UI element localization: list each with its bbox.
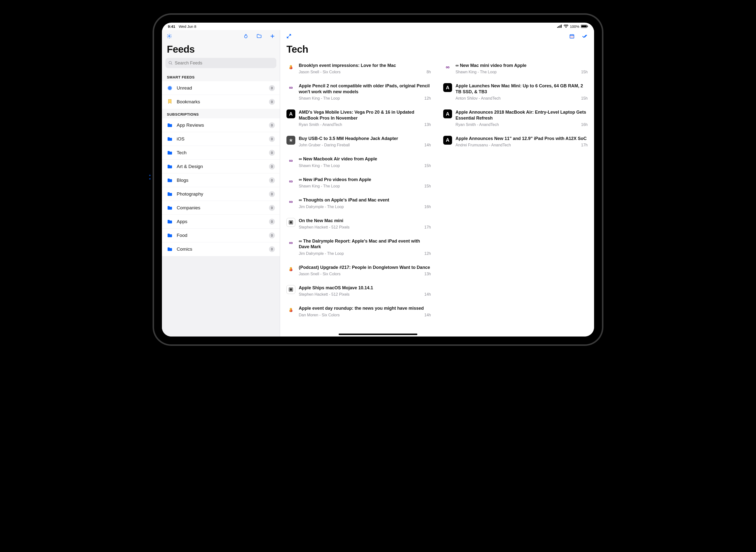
- article-item[interactable]: (Podcast) Upgrade #217: People in Dongle…: [284, 261, 433, 282]
- folder-art-design[interactable]: Art & Design0: [162, 160, 280, 173]
- count-badge: 0: [269, 191, 275, 197]
- article-time: 16h: [581, 123, 588, 127]
- source-icon: [286, 63, 295, 72]
- svg-point-7: [168, 35, 170, 37]
- article-source: Andrei Frumusanu - AnandTech: [456, 143, 511, 147]
- article-item[interactable]: AApple Announces New 11" and 12.9" iPad …: [441, 132, 590, 153]
- article-source: Stephen Hackett - 512 Pixels: [299, 225, 350, 230]
- sidebar-item-label: Photography: [177, 191, 265, 197]
- svg-rect-6: [588, 26, 588, 27]
- folder-blogs[interactable]: Blogs0: [162, 173, 280, 187]
- folder-icon: [167, 233, 173, 238]
- folder-icon: [167, 164, 173, 169]
- article-item[interactable]: ∞Apple Pencil 2 not compatible with olde…: [284, 80, 433, 106]
- sidebar: Feeds SMART FEEDS Unread0Bookmarks0 SUBS…: [162, 30, 280, 336]
- sidebar-item-label: Comics: [177, 247, 265, 252]
- folder-icon: [167, 192, 173, 196]
- source-icon: ∞: [443, 63, 452, 72]
- article-item[interactable]: ∞∞ New Mac mini video from AppleShawn Ki…: [441, 59, 590, 80]
- svg-point-8: [169, 61, 171, 64]
- svg-rect-1: [558, 26, 559, 28]
- folder-icon: [167, 247, 173, 251]
- article-item[interactable]: AAMD's Vega Mobile Lives: Vega Pro 20 & …: [284, 106, 433, 132]
- expand-button[interactable]: [285, 33, 292, 40]
- article-title: Apple Launches New Mac Mini: Up to 6 Cor…: [456, 83, 588, 95]
- count-badge: 0: [269, 150, 275, 156]
- article-title: ∞ New Macbook Air video from Apple: [299, 156, 431, 162]
- smart-item-bookmarks[interactable]: Bookmarks0: [162, 95, 280, 109]
- article-time: 15h: [581, 70, 588, 74]
- folder-food[interactable]: Food0: [162, 229, 280, 242]
- article-title: On the New Mac mini: [299, 218, 431, 224]
- svg-rect-14: [290, 289, 292, 290]
- wifi-icon: [563, 25, 569, 28]
- source-icon: [286, 218, 295, 227]
- search-field[interactable]: [165, 58, 276, 68]
- smart-feeds-label: SMART FEEDS: [162, 72, 280, 81]
- new-folder-button[interactable]: [256, 33, 263, 40]
- folder-tech[interactable]: Tech0: [162, 146, 280, 160]
- source-icon: A: [443, 83, 452, 92]
- source-icon: ∞: [286, 83, 295, 92]
- folder-ios[interactable]: iOS0: [162, 132, 280, 146]
- svg-rect-12: [290, 221, 292, 223]
- article-item[interactable]: Brooklyn event impressions: Love for the…: [284, 59, 433, 80]
- article-source: Jim Dalrymple - The Loop: [299, 205, 344, 209]
- count-badge: 0: [269, 122, 275, 128]
- article-source: Jason Snell - Six Colors: [299, 70, 341, 74]
- article-time: 12h: [424, 251, 431, 256]
- search-icon: [168, 61, 173, 65]
- article-item[interactable]: AApple Launches New Mac Mini: Up to 6 Co…: [441, 80, 590, 106]
- article-title: Brooklyn event impressions: Love for the…: [299, 63, 431, 68]
- main-pane: Tech Brooklyn event impressions: Love fo…: [280, 30, 594, 336]
- article-time: 13h: [424, 272, 431, 276]
- source-icon: ∞: [286, 177, 295, 186]
- article-item[interactable]: Apple event day roundup: the news you mi…: [284, 302, 433, 322]
- article-time: 15h: [424, 184, 431, 188]
- sidebar-item-label: Food: [177, 233, 265, 238]
- article-item[interactable]: ★Buy USB-C to 3.5 MM Headphone Jack Adap…: [284, 132, 433, 153]
- battery-icon: [581, 25, 588, 28]
- source-icon: ∞: [286, 197, 295, 206]
- cellular-icon: [557, 25, 562, 28]
- settings-button[interactable]: [166, 33, 173, 40]
- calendar-button[interactable]: [569, 33, 576, 40]
- article-time: 8h: [426, 70, 431, 74]
- folder-comics[interactable]: Comics0: [162, 242, 280, 256]
- trending-button[interactable]: [242, 33, 249, 40]
- folder-apps[interactable]: Apps0: [162, 215, 280, 229]
- article-time: 14h: [424, 143, 431, 147]
- article-item[interactable]: ∞∞ The Dalrymple Report: Apple's Mac and…: [284, 235, 433, 261]
- article-item[interactable]: ∞∞ Thoughts on Apple's iPad and Mac even…: [284, 194, 433, 214]
- main-title: Tech: [280, 42, 594, 59]
- folder-companies[interactable]: Companies0: [162, 201, 280, 215]
- source-icon: ★: [286, 136, 295, 145]
- article-item[interactable]: ∞∞ New Macbook Air video from AppleShawn…: [284, 153, 433, 173]
- folder-app-reviews[interactable]: App Reviews0: [162, 118, 280, 132]
- svg-rect-3: [561, 25, 561, 28]
- status-time: 9:41: [168, 24, 175, 28]
- search-input[interactable]: [175, 60, 273, 66]
- article-item[interactable]: On the New Mac miniStephen Hackett - 512…: [284, 215, 433, 235]
- sidebar-item-label: Companies: [177, 205, 265, 211]
- folder-icon: [167, 137, 173, 141]
- unread-icon: [167, 86, 172, 90]
- subscriptions-label: SUBSCRIPTIONS: [162, 109, 280, 118]
- smart-item-unread[interactable]: Unread0: [162, 81, 280, 95]
- source-icon: [286, 305, 295, 314]
- home-indicator[interactable]: [339, 333, 417, 335]
- article-item[interactable]: Apple Ships macOS Mojave 10.14.1Stephen …: [284, 282, 433, 302]
- article-title: ∞ New Mac mini video from Apple: [456, 63, 588, 68]
- article-source: Ryan Smith - AnandTech: [299, 123, 342, 127]
- sidebar-title: Feeds: [162, 42, 280, 58]
- article-time: 14h: [424, 292, 431, 297]
- article-item[interactable]: ∞∞ New iPad Pro videos from AppleShawn K…: [284, 173, 433, 194]
- add-button[interactable]: [269, 33, 276, 40]
- folder-photography[interactable]: Photography0: [162, 187, 280, 201]
- article-item[interactable]: AApple Announces 2018 MacBook Air: Entry…: [441, 106, 590, 132]
- folder-icon: [167, 123, 173, 127]
- article-title: AMD's Vega Mobile Lives: Vega Pro 20 & 1…: [299, 110, 431, 121]
- sidebar-item-label: Tech: [177, 150, 265, 155]
- mark-read-button[interactable]: [582, 33, 589, 40]
- sidebar-item-label: Apps: [177, 219, 265, 224]
